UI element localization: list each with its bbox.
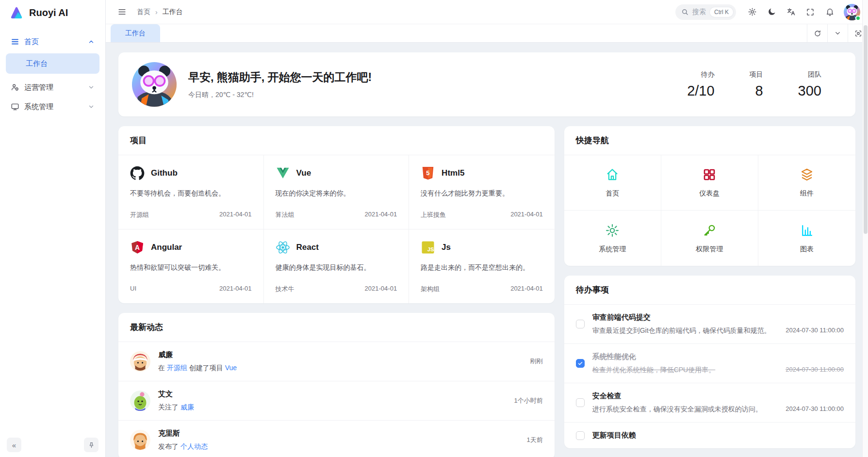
tabbar: 工作台 bbox=[106, 24, 868, 43]
stat-label: 项目 bbox=[750, 70, 763, 79]
activity-link-group[interactable]: 开源组 bbox=[167, 364, 187, 372]
project-group: 算法组 bbox=[276, 211, 295, 219]
quicknav-system[interactable]: 系统管理 bbox=[564, 211, 661, 266]
sidebar-item-system[interactable]: 系统管理 bbox=[6, 97, 99, 116]
todo-main: 审查前端代码提交 审查最近提交到Git仓库的前端代码，确保代码质量和规范。202… bbox=[592, 313, 844, 335]
project-card-angular[interactable]: AAngular 热情和欲望可以突破一切难关。 UI2021-04-01 bbox=[118, 229, 264, 303]
quicknav-permission[interactable]: 权限管理 bbox=[661, 211, 758, 266]
project-date: 2021-04-01 bbox=[510, 211, 543, 219]
app-root: Ruoyi AI 首页 工作台 运营管理 系统管理 « bbox=[0, 0, 868, 457]
project-name: Html5 bbox=[442, 168, 464, 178]
chevron-down-icon bbox=[88, 84, 95, 91]
bell-icon bbox=[825, 7, 835, 16]
theme-toggle-button[interactable] bbox=[763, 4, 780, 20]
project-card-github[interactable]: Github 不要等待机会，而要创造机会。 开源组2021-04-01 bbox=[118, 155, 264, 229]
quicknav-label: 系统管理 bbox=[599, 245, 626, 254]
topbar: 首页 › 工作台 搜索 Ctrl K bbox=[106, 0, 868, 24]
todo-item-title: 审查前端代码提交 bbox=[592, 313, 844, 322]
sidebar-item-label: 首页 bbox=[24, 37, 39, 47]
quicknav-dashboard[interactable]: 仪表盘 bbox=[661, 155, 758, 211]
chevron-down-icon bbox=[834, 30, 841, 37]
activity-link-feed[interactable]: 个人动态 bbox=[180, 442, 208, 450]
todo-checkbox[interactable] bbox=[576, 431, 585, 440]
project-card-html5[interactable]: 5Html5 没有什么才能比努力更重要。 上班摸鱼2021-04-01 bbox=[409, 155, 555, 229]
sidebar-item-workbench[interactable]: 工作台 bbox=[6, 53, 99, 74]
user-avatar[interactable] bbox=[844, 4, 860, 20]
stat-label: 团队 bbox=[798, 70, 821, 79]
quicknav-label: 首页 bbox=[606, 189, 619, 198]
pin-sidebar-button[interactable] bbox=[84, 438, 98, 452]
activity-item: 克里斯 发布了 个人动态 1天前 bbox=[118, 421, 555, 457]
project-card-js[interactable]: JSJs 路是走出来的，而不是空想出来的。 架构组2021-04-01 bbox=[409, 229, 555, 303]
components-icon bbox=[800, 167, 814, 183]
project-desc: 现在的你决定将来的你。 bbox=[276, 189, 397, 199]
quicknav-charts[interactable]: 图表 bbox=[758, 211, 855, 266]
activity-main: 威廉 在 开源组 创建了项目 Vue bbox=[158, 350, 523, 373]
project-date: 2021-04-01 bbox=[365, 211, 397, 219]
project-desc: 没有什么才能比努力更重要。 bbox=[421, 189, 543, 199]
quicknav-card: 快捷导航 首页 仪表盘 bbox=[564, 126, 855, 266]
project-group: 开源组 bbox=[130, 211, 149, 219]
chevron-down-icon bbox=[88, 103, 95, 110]
welcome-stats: 待办 2/10 项目 8 团队 300 bbox=[687, 70, 842, 99]
activity-text-part: 发布了 bbox=[158, 442, 180, 450]
toggle-sidebar-button[interactable] bbox=[114, 4, 130, 20]
todo-item-date: 2024-07-30 11:00:00 bbox=[786, 366, 844, 375]
notifications-button[interactable] bbox=[821, 4, 838, 20]
refresh-tab-button[interactable] bbox=[807, 24, 827, 42]
sidebar-item-operations[interactable]: 运营管理 bbox=[6, 78, 99, 97]
fullscreen-button[interactable] bbox=[802, 4, 819, 20]
logo[interactable]: Ruoyi AI bbox=[0, 0, 105, 25]
project-card-vue[interactable]: Vue 现在的你决定将来的你。 算法组2021-04-01 bbox=[264, 155, 409, 229]
quicknav-components[interactable]: 组件 bbox=[758, 155, 855, 211]
todo-item: 系统性能优化 检查并优化系统性能，降低CPU使用率。2024-07-30 11:… bbox=[564, 344, 855, 383]
gear-icon bbox=[748, 7, 757, 16]
project-group: UI bbox=[130, 285, 136, 292]
home-icon bbox=[605, 167, 620, 183]
dashboard-icon bbox=[702, 167, 717, 183]
avatar bbox=[130, 430, 150, 450]
welcome-greeting: 早安, 熊猫助手, 开始您一天的工作吧! bbox=[188, 70, 372, 85]
activity-text: 发布了 个人动态 bbox=[158, 442, 519, 451]
activity-link-user[interactable]: 威廉 bbox=[180, 403, 194, 411]
sidebar-item-home[interactable]: 首页 bbox=[6, 32, 99, 51]
activity-time: 刚刚 bbox=[530, 357, 543, 366]
todo-checkbox[interactable] bbox=[576, 320, 585, 328]
global-search[interactable]: 搜索 Ctrl K bbox=[675, 4, 736, 20]
breadcrumb-home[interactable]: 首页 bbox=[137, 8, 150, 16]
tab-menu-button[interactable] bbox=[827, 24, 848, 42]
projects-title: 项目 bbox=[118, 126, 555, 155]
quicknav-home[interactable]: 首页 bbox=[564, 155, 661, 211]
tab-workbench[interactable]: 工作台 bbox=[111, 24, 160, 42]
activity-user: 克里斯 bbox=[158, 429, 519, 438]
collapse-sidebar-button[interactable]: « bbox=[7, 438, 21, 452]
stat-todo: 待办 2/10 bbox=[687, 70, 714, 99]
quicknav-title: 快捷导航 bbox=[564, 126, 855, 155]
todo-checkbox[interactable] bbox=[576, 398, 585, 407]
user-gear-icon bbox=[11, 83, 19, 92]
project-desc: 路是走出来的，而不是空想出来的。 bbox=[421, 263, 543, 273]
todo-main: 安全检查 进行系统安全检查，确保没有安全漏洞或未授权的访问。2024-07-30… bbox=[592, 392, 844, 414]
todo-item-date: 2024-07-30 11:00:00 bbox=[786, 405, 844, 414]
project-card-react[interactable]: React 健康的身体是实现目标的基石。 技术牛2021-04-01 bbox=[264, 229, 409, 303]
todo-main: 更新项目依赖 bbox=[592, 431, 844, 440]
workbench-content: 早安, 熊猫助手, 开始您一天的工作吧! 今日晴，20℃ - 32℃! 待办 2… bbox=[106, 43, 868, 457]
todo-item-desc: 检查并优化系统性能，降低CPU使用率。 bbox=[592, 366, 716, 375]
settings-button[interactable] bbox=[744, 4, 760, 20]
moon-icon bbox=[767, 7, 776, 16]
angular-icon: A bbox=[130, 240, 145, 255]
quicknav-grid: 首页 仪表盘 组件 系 bbox=[564, 155, 855, 266]
content-columns: 项目 Github 不要等待机会，而要创造机会。 开源组2021-04-01 V… bbox=[118, 126, 855, 457]
sidebar-item-label: 系统管理 bbox=[24, 102, 53, 112]
project-name: Angular bbox=[151, 243, 182, 252]
refresh-icon bbox=[814, 30, 821, 37]
main-column: 首页 › 工作台 搜索 Ctrl K bbox=[106, 0, 868, 457]
todo-item-title: 更新项目依赖 bbox=[592, 431, 844, 440]
language-button[interactable] bbox=[783, 4, 799, 20]
page-scrollbar[interactable] bbox=[862, 0, 868, 457]
todo-item: 安全检查 进行系统安全检查，确保没有安全漏洞或未授权的访问。2024-07-30… bbox=[564, 383, 855, 423]
todo-checkbox-checked[interactable] bbox=[576, 359, 585, 368]
scrollbar-thumb[interactable] bbox=[864, 25, 868, 234]
activity-link-project[interactable]: Vue bbox=[225, 364, 237, 372]
permission-key-icon bbox=[702, 223, 717, 239]
